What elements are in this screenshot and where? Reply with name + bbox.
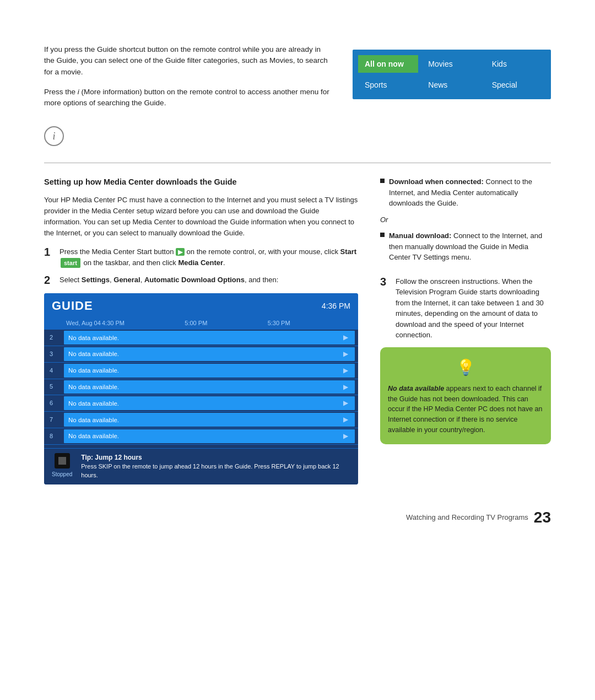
step-3-number: 3 xyxy=(380,276,390,287)
tip-body: Press SKIP on the remote to jump ahead 1… xyxy=(81,462,350,480)
page: If you press the Guide shortcut button o… xyxy=(0,0,595,561)
step-2-content: Select Settings, General, Automatic Down… xyxy=(60,274,358,286)
stopped-label: Stopped xyxy=(52,471,72,478)
guide-current-time: 4:36 PM xyxy=(322,301,350,312)
arrow-icon-5: ▶ xyxy=(343,399,350,408)
channel-7: 7 xyxy=(44,416,64,424)
intro-para-1: If you press the Guide shortcut button o… xyxy=(44,44,331,78)
guide-row-ch4: 4 No data available.▶ xyxy=(44,363,358,379)
section-body: Your HP Media Center PC must have a conn… xyxy=(44,195,358,239)
channel-7-data: No data available.▶ xyxy=(64,413,355,427)
page-number: 23 xyxy=(534,507,551,528)
bottom-section: Setting up how Media Center downloads th… xyxy=(44,176,551,484)
section-title: Setting up how Media Center downloads th… xyxy=(44,176,358,187)
start-label: Start xyxy=(340,247,357,256)
step-3: 3 Follow the onscreen instructions. When… xyxy=(380,276,551,341)
or-divider: Or xyxy=(380,214,551,225)
guide-title: GUIDE xyxy=(52,298,93,315)
section-divider xyxy=(44,163,551,163)
step-2-number: 2 xyxy=(44,274,54,286)
guide-time-530: 5:30 PM xyxy=(268,319,350,327)
filter-movies[interactable]: Movies xyxy=(421,55,482,73)
guide-row-ch2: 2 No data available.▶ xyxy=(44,330,358,346)
bottom-left-col: Setting up how Media Center downloads th… xyxy=(44,176,358,484)
guide-time-500: 5:00 PM xyxy=(185,319,267,327)
top-left-text: If you press the Guide shortcut button o… xyxy=(44,44,331,146)
arrow-icon-4: ▶ xyxy=(343,383,350,392)
channel-4-data: No data available.▶ xyxy=(64,364,355,378)
step-1-content: Press the Media Center Start button ▶ on… xyxy=(60,246,358,268)
italic-i: i xyxy=(78,88,79,96)
guide-channel-rows: 2 No data available.▶ 3 No data availabl… xyxy=(44,330,358,448)
channel-8: 8 xyxy=(44,432,64,440)
filter-special[interactable]: Special xyxy=(485,76,545,94)
channel-5: 5 xyxy=(44,383,64,391)
tip-box: 💡 No data available appears next to each… xyxy=(380,347,551,444)
channel-8-data: No data available.▶ xyxy=(64,429,355,443)
filter-sports[interactable]: Sports xyxy=(358,76,418,94)
bullet-download-connected: Download when connected: Connect to the … xyxy=(380,176,551,209)
tip-box-text: No data available appears next to each c… xyxy=(388,384,543,435)
guide-col-headers: Wed, Aug 04 4:30 PM 5:00 PM 5:30 PM xyxy=(44,318,358,330)
channel-3-data: No data available.▶ xyxy=(64,347,355,361)
bullet-icon-1 xyxy=(380,179,385,183)
intro-para-2: Press the i (More information) button on… xyxy=(44,87,331,109)
arrow-icon-6: ▶ xyxy=(343,415,350,424)
media-center-icon: ▶ xyxy=(176,248,185,256)
stop-button[interactable] xyxy=(55,453,70,469)
guide-row-ch8: 8 No data available.▶ xyxy=(44,428,358,445)
bullet-manual-download: Manual download: Connect to the Internet… xyxy=(380,230,551,263)
tip-area: Tip: Jump 12 hours Press SKIP on the rem… xyxy=(81,453,350,480)
info-circle-icon: i xyxy=(44,126,64,146)
filter-kids[interactable]: Kids xyxy=(485,55,545,73)
guide-tv-screenshot: GUIDE 4:36 PM Wed, Aug 04 4:30 PM 5:00 P… xyxy=(44,293,358,484)
arrow-icon-7: ▶ xyxy=(343,432,350,441)
guide-filter-grid: All on now Movies Kids Sports News Speci… xyxy=(353,50,551,99)
settings-label: Settings xyxy=(82,276,110,284)
guide-row-ch7: 7 No data available.▶ xyxy=(44,412,358,428)
filter-row-2: Sports News Special xyxy=(358,76,545,94)
step-3-content: Follow the onscreen instructions. When t… xyxy=(396,276,551,341)
bullet-icon-2 xyxy=(380,233,385,237)
channel-2: 2 xyxy=(44,333,64,342)
top-section: If you press the Guide shortcut button o… xyxy=(44,44,551,146)
step-2: 2 Select Settings, General, Automatic Do… xyxy=(44,274,358,286)
filter-all-on-now[interactable]: All on now xyxy=(358,55,418,73)
arrow-icon-3: ▶ xyxy=(343,366,350,375)
channel-4: 4 xyxy=(44,367,64,375)
bullet-2-text: Manual download: Connect to the Internet… xyxy=(389,230,551,263)
guide-time-430: 4:30 PM xyxy=(102,319,185,327)
tip-title: Tip: Jump 12 hours xyxy=(81,453,350,462)
right-col: Download when connected: Connect to the … xyxy=(380,176,551,484)
media-center-label: Media Center xyxy=(178,259,223,267)
guide-footer: Stopped Tip: Jump 12 hours Press SKIP on… xyxy=(44,448,358,484)
start-button-icon: start xyxy=(61,258,80,268)
guide-date: Wed, Aug 04 xyxy=(66,319,102,327)
guide-row-ch6: 6 No data available.▶ xyxy=(44,395,358,412)
guide-header: GUIDE 4:36 PM xyxy=(44,293,358,318)
info-icon-area: i xyxy=(44,117,331,146)
step-1: 1 Press the Media Center Start button ▶ … xyxy=(44,246,358,268)
stopped-control: Stopped xyxy=(52,453,72,478)
guide-row-ch5: 5 No data available.▶ xyxy=(44,379,358,396)
channel-3: 3 xyxy=(44,350,64,358)
lightbulb-icon: 💡 xyxy=(388,356,543,379)
guide-filter-panel: All on now Movies Kids Sports News Speci… xyxy=(353,44,551,146)
channel-6-data: No data available.▶ xyxy=(64,396,355,410)
guide-row-ch3: 3 No data available.▶ xyxy=(44,346,358,363)
footer-text: Watching and Recording TV Programs xyxy=(406,513,528,523)
no-data-label: No data available xyxy=(388,385,444,392)
filter-news[interactable]: News xyxy=(421,76,482,94)
channel-2-data: No data available.▶ xyxy=(64,331,355,344)
bullet-1-text: Download when connected: Connect to the … xyxy=(389,176,551,209)
arrow-icon: ▶ xyxy=(343,333,350,342)
filter-row-1: All on now Movies Kids xyxy=(358,55,545,73)
general-label: General xyxy=(113,276,140,284)
stop-icon xyxy=(58,457,66,465)
automatic-label: Automatic Download Options xyxy=(144,276,245,284)
channel-5-data: No data available.▶ xyxy=(64,380,355,394)
step-1-number: 1 xyxy=(44,246,54,257)
page-footer: Watching and Recording TV Programs 23 xyxy=(44,507,551,528)
channel-6: 6 xyxy=(44,399,64,407)
arrow-icon-2: ▶ xyxy=(343,349,350,359)
